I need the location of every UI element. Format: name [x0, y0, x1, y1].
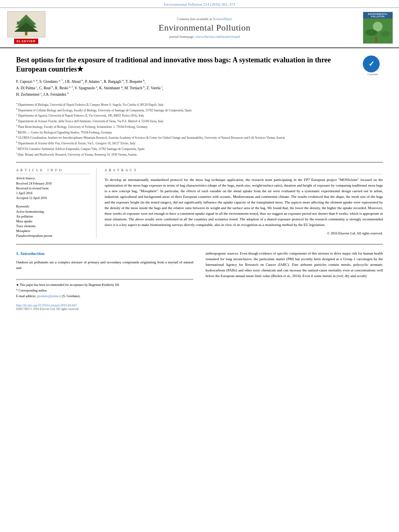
affiliation-j: j Dept. Botany and Biodiversity Research…	[16, 151, 359, 157]
keyword-1: Active biomonitoring	[16, 210, 90, 214]
main-content: Best options for the exposure of traditi…	[0, 48, 399, 311]
article-title-text: Best options for the exposure of traditi…	[16, 55, 359, 158]
affiliation-e: e Plant Biotechnology, Faculty of Biolog…	[16, 123, 359, 129]
journal-header: ELSEVIER Contents lists available at Sci…	[0, 7, 399, 47]
journal-cover-image: ENVIRONMENTAL POLLUTION	[363, 12, 393, 44]
article-info-panel: A R T I C L E I N F O Article history: R…	[16, 168, 97, 238]
affiliation-h: h Dipartimento di Scienze della Vita, Un…	[16, 140, 359, 146]
affiliation-i: i BIOVIA Consultor Ambiental, Edificio E…	[16, 146, 359, 151]
intro-right-column: anthropogenic sources. Even though evide…	[206, 251, 383, 311]
keyword-4: Trace elements	[16, 224, 90, 229]
keyword-6: Pseudoscleropodium purum	[16, 234, 90, 238]
introduction-section: 1. Introduction Outdoor air pollutants a…	[16, 244, 383, 311]
affiliation-g: g GLORIA-Coordination, Institute for Int…	[16, 134, 359, 140]
affiliation-f: f BIOSS — Centre for Biological Signalli…	[16, 129, 359, 135]
accepted-date: Accepted 12 April 2016	[16, 196, 90, 201]
affiliation-d: d Dipartimento di Scienze Fisiche, della…	[16, 118, 359, 123]
article-history-title: Article history:	[16, 177, 90, 180]
svg-rect-10	[375, 37, 377, 43]
intro-para-right: anthropogenic sources. Even though evide…	[206, 251, 383, 279]
journal-citation: Environmental Pollution 214 (2016) 362–3…	[164, 2, 235, 6]
affiliation-b: b Department of Cellular Biology and Eco…	[16, 107, 359, 113]
journal-top-bar: Environmental Pollution 214 (2016) 362–3…	[0, 0, 399, 47]
doi-link[interactable]: http://dx.doi.org/10.1016/j.envpol.2016.…	[16, 304, 76, 307]
abstract-section: A B S T R A C T To develop an internatio…	[105, 168, 383, 238]
svg-point-4	[17, 21, 19, 24]
revised-label: Received in revised form	[16, 186, 90, 191]
journal-center: Contents lists available at ScienceDirec…	[52, 17, 357, 39]
footnote-star: ★ This paper has been recommended for ac…	[16, 283, 193, 288]
svg-point-5	[33, 23, 35, 25]
article-body: A R T I C L E I N F O Article history: R…	[16, 162, 383, 244]
intro-section-title: 1. Introduction	[16, 251, 193, 256]
affiliations: a Dipartimento di Biologia, Università d…	[16, 101, 359, 157]
elsevier-tree-image	[7, 11, 45, 37]
sciencedirect-link[interactable]: ScienceDirect	[213, 17, 232, 21]
issn-line: 0269-7491/© 2016 Elsevier Ltd. All right…	[16, 307, 193, 311]
crossmark-icon[interactable]: ✓	[363, 55, 380, 72]
keywords-section: Keywords: Active biomonitoring Air pollu…	[16, 205, 90, 238]
crossmark-label: CrossMark	[363, 73, 383, 76]
intro-left-column: 1. Introduction Outdoor air pollutants a…	[16, 251, 193, 311]
intro-para-left: Outdoor air pollutants are a complex mix…	[16, 260, 193, 271]
contents-line: Contents lists available at ScienceDirec…	[52, 17, 357, 21]
abstract-title: A B S T R A C T	[105, 168, 383, 174]
abstract-text: To develop an internationally standardiz…	[105, 177, 383, 228]
svg-point-9	[380, 31, 390, 37]
homepage-line: journal homepage: www.elsevier.com/locat…	[52, 35, 357, 39]
authors-line: F. Capozzi a, h, S. Giordano a, *, J.R. …	[16, 78, 359, 98]
keywords-title: Keywords:	[16, 205, 90, 208]
article-title: Best options for the exposure of traditi…	[16, 55, 359, 74]
affiliation-c: c Dipartimento di Agraria, Università di…	[16, 112, 359, 118]
article-info-title: A R T I C L E I N F O	[16, 168, 90, 174]
crossmark-badge[interactable]: ✓ CrossMark	[363, 55, 383, 76]
journal-title: Environmental Pollution	[52, 23, 357, 33]
affiliation-a: a Dipartimento di Biologia, Università d…	[16, 101, 359, 107]
svg-point-8	[365, 29, 377, 36]
received-date: Received 24 February 2016	[16, 181, 90, 186]
copyright-line: © 2016 Elsevier Ltd. All rights reserved…	[105, 231, 383, 235]
keyword-3: Moss uptake	[16, 219, 90, 224]
article-title-section: Best options for the exposure of traditi…	[16, 48, 383, 162]
keyword-2: Air pollution	[16, 214, 90, 219]
keyword-5: Mossphere	[16, 229, 90, 234]
footnote-section: ★ This paper has been recommended for ac…	[16, 279, 193, 299]
footnote-email: E-mail address: giordano@unina.it (S. Gi…	[16, 294, 193, 299]
email-link[interactable]: giordano@unina.it	[37, 294, 61, 298]
cover-label: ENVIRONMENTAL POLLUTION	[363, 12, 393, 18]
revised-date: 1 April 2016	[16, 191, 90, 196]
elsevier-logo-left: ELSEVIER	[4, 11, 48, 44]
journal-cover-right: ENVIRONMENTAL POLLUTION	[361, 12, 395, 44]
footnote-corresponding: * Corresponding author.	[16, 288, 193, 293]
homepage-url[interactable]: www.elsevier.com/locate/envpol	[195, 35, 240, 39]
elsevier-label: ELSEVIER	[14, 39, 38, 44]
